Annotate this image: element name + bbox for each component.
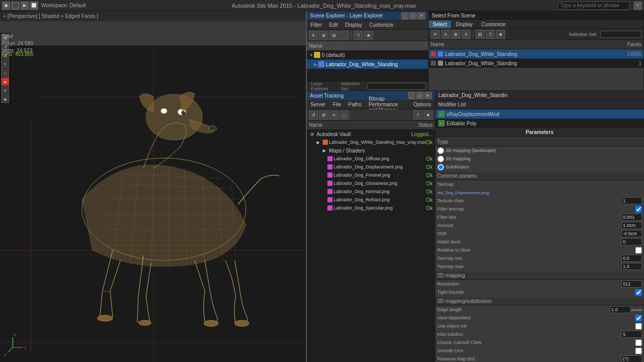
select-icon[interactable]: ↖: [1, 60, 9, 68]
shift-input[interactable]: [621, 230, 642, 237]
asset-tb3[interactable]: ≡: [329, 110, 339, 120]
amount-input[interactable]: [621, 222, 642, 229]
sel-tb7[interactable]: ★: [496, 30, 505, 39]
edge-length-input[interactable]: [610, 306, 631, 313]
tb6[interactable]: ●: [1, 78, 9, 86]
scene-explorer-max-btn[interactable]: □: [410, 12, 417, 20]
relative-bbox-check[interactable]: [635, 247, 642, 254]
mod-epoly-label: Editable Poly: [447, 121, 476, 126]
tb2[interactable]: ▶: [21, 2, 29, 10]
asset-tb2[interactable]: ⊕: [319, 110, 328, 120]
texture-chan-input[interactable]: [621, 197, 642, 204]
scene-explorer-min-btn[interactable]: _: [401, 12, 409, 20]
viewport-canvas[interactable]: ⊕ ↺ ⊡ ↖ □ ● ≡ ◈ Total Polys: 24 580 Vert…: [0, 22, 306, 362]
search-input[interactable]: [558, 2, 630, 10]
tree-item-default[interactable]: ▼ 0 (default): [307, 50, 428, 60]
selection-set-input[interactable]: [367, 83, 426, 90]
params-title: Parameters: [435, 128, 644, 137]
tab-customize[interactable]: Customize: [477, 21, 510, 28]
mod-check-1[interactable]: ✓: [438, 111, 445, 117]
asset-row-maxfile[interactable]: ▶ Labrador_Dog_White_Standing_max_vray.m…: [307, 138, 435, 146]
sel-tb3[interactable]: ⊕: [451, 30, 461, 39]
app-logo[interactable]: ▣: [2, 2, 10, 10]
sel-tb2[interactable]: A: [441, 30, 450, 39]
smooth-uvs-check[interactable]: [635, 348, 642, 354]
asset-row-vault[interactable]: ⊞ Autodesk Vault Logged...: [307, 130, 435, 138]
asset-menu-options[interactable]: Options: [412, 102, 432, 107]
classic-cc-check[interactable]: [635, 339, 642, 346]
asset-min-btn[interactable]: _: [408, 92, 415, 99]
filter-blur-input[interactable]: [621, 214, 642, 221]
sel-set-input[interactable]: [600, 31, 641, 38]
use-obj-mtl-check[interactable]: [635, 323, 642, 330]
amount-row: Amount: [435, 221, 644, 230]
select-row-2[interactable]: Labrador_Dog_White_Standing 1: [429, 59, 643, 68]
asset-row-specular[interactable]: Labrador_Dog_Specular.png Ok: [307, 204, 435, 212]
preserve-map-brd-input[interactable]: [621, 355, 642, 362]
scene-menu-display[interactable]: Display: [343, 22, 363, 28]
scene-explorer-close-btn[interactable]: ✕: [418, 12, 425, 20]
use-obj-mtl-label: Use object mtl: [437, 323, 635, 329]
asset-menu-paths[interactable]: Paths: [347, 102, 363, 107]
scene-menu-filter[interactable]: Filter: [309, 22, 323, 28]
scene-tb6[interactable]: ★: [364, 31, 373, 40]
asset-row-displacement[interactable]: Labrador_Dog_Displacement.png Ok: [307, 163, 435, 171]
texmap-max-input[interactable]: [621, 263, 642, 270]
asset-fresnel-label: Labrador_Dog_Fresnel.png: [334, 173, 426, 178]
asset-row-normal[interactable]: Labrador_Dog_Normal.png Ok: [307, 187, 435, 196]
mod-check-2[interactable]: ✓: [438, 120, 445, 126]
asset-tb1[interactable]: ↺: [309, 110, 318, 120]
select-row-1[interactable]: Labrador_Dog_White_Standing 24886: [429, 49, 643, 59]
relative-bbox-label: Relative to bbox: [437, 247, 635, 253]
fps-label: FPS:: [2, 51, 13, 57]
asset-menu-server[interactable]: Server: [309, 102, 327, 107]
type-3d-mapping-radio[interactable]: [437, 156, 444, 162]
max-subdivs-input[interactable]: [621, 331, 642, 338]
tb8[interactable]: ◈: [1, 95, 9, 103]
asset-row-fresnel[interactable]: Labrador_Dog_Fresnel.png Ok: [307, 171, 435, 179]
asset-row-glossiness[interactable]: Labrador_Dog_Glossiness.png Ok: [307, 179, 435, 187]
help-icon[interactable]: ?: [634, 2, 642, 10]
asset-menu-file[interactable]: File: [331, 102, 342, 107]
asset-tb6[interactable]: ★: [424, 110, 433, 120]
asset-tb4[interactable]: □: [340, 110, 349, 120]
scene-menu-edit[interactable]: Edit: [327, 22, 339, 28]
sel-tb1[interactable]: ✕: [431, 30, 440, 39]
type-3d-landscape-radio[interactable]: [437, 147, 444, 154]
tb3[interactable]: ⬜: [30, 2, 38, 10]
common-params-section: Common params: [435, 172, 644, 180]
asset-close-btn[interactable]: ✕: [425, 92, 432, 99]
modifier-vray-disp[interactable]: ✓ vRayDisplacementMod: [435, 109, 644, 119]
modifier-editable-poly[interactable]: ✓ Editable Poly: [435, 119, 644, 128]
tab-select[interactable]: Select: [429, 21, 452, 28]
scene-tb1[interactable]: ✕: [309, 31, 318, 40]
tight-bounds-check[interactable]: [635, 289, 642, 296]
scene-tb4[interactable]: ⬛: [340, 31, 349, 40]
texmap-min-input[interactable]: [621, 255, 642, 262]
tb7[interactable]: ≡: [1, 86, 9, 94]
tb1[interactable]: ⬛: [11, 2, 20, 10]
asset-displacement-status: Ok: [426, 164, 433, 170]
tb5[interactable]: □: [1, 69, 9, 77]
asset-normal-label: Labrador_Dog_Normal.png: [334, 189, 426, 194]
asset-row-refract[interactable]: Labrador_Dog_Refract.png Ok: [307, 196, 435, 204]
tree-item-dog[interactable]: ▶ Labrador_Dog_White_Standing: [307, 60, 428, 69]
water-level-input[interactable]: [621, 238, 642, 245]
sel-tb4[interactable]: ≡: [462, 30, 471, 39]
scene-menu-customize[interactable]: Customize: [367, 22, 395, 28]
type-subdivision-radio[interactable]: [437, 164, 444, 170]
sel-tb6[interactable]: ?: [486, 30, 495, 39]
scene-tb5[interactable]: ?: [354, 31, 363, 40]
tab-display[interactable]: Display: [452, 21, 477, 28]
resolution-input[interactable]: [621, 280, 642, 288]
filter-texmap-check[interactable]: [635, 206, 642, 213]
scene-tb3[interactable]: ⊞: [329, 31, 339, 40]
scene-tb2[interactable]: ⊕: [319, 31, 328, 40]
edge-length-row: Edge length pixels: [435, 306, 644, 314]
asset-row-maps[interactable]: ▶ Maps / Shaders: [307, 146, 435, 155]
asset-row-diffuse[interactable]: Labrador_Dog_Diffuse.png Ok: [307, 155, 435, 163]
asset-tb5[interactable]: ?: [413, 110, 422, 120]
asset-max-btn[interactable]: □: [416, 92, 424, 99]
sel-tb5[interactable]: ⊞: [475, 30, 485, 39]
view-dependent-check[interactable]: [635, 315, 642, 321]
